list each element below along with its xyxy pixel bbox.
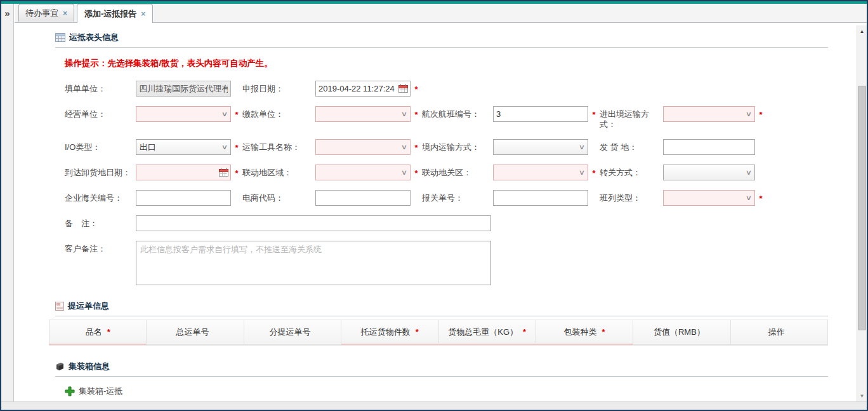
ecommerce-code-field[interactable]: [315, 190, 411, 206]
required-mark: *: [755, 106, 766, 119]
required-mark: *: [231, 139, 242, 152]
inout-transport-mode-select[interactable]: ∨: [663, 106, 755, 122]
transport-tool-name-select[interactable]: ∨: [315, 139, 411, 155]
col-cargo-pieces[interactable]: 托运货物件数*: [341, 320, 438, 345]
transfer-mode-select[interactable]: ∨: [663, 165, 755, 180]
vertical-scrollbar[interactable]: ▲ ▼: [857, 25, 867, 401]
enterprise-customs-code-label: 企业海关编号：: [65, 190, 136, 203]
close-icon[interactable]: ×: [141, 10, 145, 18]
io-type-value: 出口: [140, 142, 156, 153]
section-header-bill-info: 提运单信息: [55, 300, 828, 316]
add-plus-icon: [65, 386, 75, 396]
col-gross-weight[interactable]: 货物总毛重（KG）*: [439, 320, 536, 345]
scrollbar-thumb[interactable]: [858, 86, 866, 330]
voyage-no-field[interactable]: [493, 106, 588, 122]
remark-field[interactable]: [136, 215, 491, 231]
scroll-up-icon[interactable]: ▲: [857, 27, 867, 37]
required-mark: *: [411, 106, 422, 119]
required-mark: *: [411, 139, 422, 152]
chevron-down-icon: ∨: [746, 194, 752, 202]
add-container-label: 集装箱-运抵: [79, 386, 122, 397]
scroll-down-icon[interactable]: ▼: [857, 391, 867, 401]
customer-remark-field[interactable]: [136, 241, 491, 285]
tab-add-arrival-report-label: 添加-运抵报告: [84, 8, 136, 20]
required-mark: *: [588, 165, 600, 178]
shipping-place-label: 发 货 地：: [600, 139, 663, 152]
customer-remark-label: 客户备注：: [65, 241, 136, 254]
required-mark: *: [231, 106, 242, 119]
voyage-no-label: 航次航班编号：: [422, 106, 493, 119]
form-row-1: 填单单位： 申报日期： *: [65, 81, 828, 97]
tab-add-arrival-report[interactable]: 添加-运抵报告 ×: [77, 4, 153, 23]
chevron-down-icon: ∨: [746, 168, 752, 177]
col-package-type[interactable]: 包装种类*: [536, 320, 633, 345]
remark-label: 备 注：: [65, 215, 136, 229]
tab-todo[interactable]: 待办事宜 ×: [18, 4, 74, 22]
declare-date-field[interactable]: [315, 81, 411, 97]
required-mark: *: [588, 106, 600, 119]
form-content: 运抵表头信息 操作提示：先选择集装箱/散货，表头内容可自动产生。 填单单位： 申…: [15, 25, 857, 401]
transport-tool-name-label: 运输工具名称：: [242, 139, 315, 152]
section-title: 集装箱信息: [69, 361, 110, 372]
linkage-customs-select[interactable]: ∨: [493, 165, 588, 180]
declaration-no-label: 报关单号：: [422, 190, 493, 203]
bill-table-header: 品名* 总运单号 分提运单号 托运货物件数* 货物总毛重（KG）* 包装种类* …: [49, 320, 828, 346]
form-row-4: 到达卸货地日期： * 联动地区域： ∨ * 联动地关区： ∨ * 转关方式： ∨: [65, 165, 828, 180]
col-cargo-value[interactable]: 货值（RMB）: [633, 320, 730, 345]
operation-hint: 操作提示：先选择集装箱/散货，表头内容可自动产生。: [65, 58, 828, 69]
section-header-container-info: 集装箱信息: [55, 361, 828, 377]
section-title: 提运单信息: [68, 300, 109, 312]
sidebar-collapse-strip: »: [1, 4, 14, 401]
required-mark: *: [231, 165, 242, 178]
shipping-place-field[interactable]: [663, 139, 755, 155]
io-type-label: I/O类型：: [65, 139, 136, 152]
operating-unit-select[interactable]: ∨: [136, 106, 231, 122]
required-mark: *: [411, 165, 422, 178]
train-type-select[interactable]: ∨: [663, 190, 755, 206]
section-header-arrival-info: 运抵表头信息: [55, 32, 828, 48]
linkage-customs-label: 联动地关区：: [422, 165, 493, 178]
inout-transport-mode-label: 进出境运输方式：: [600, 106, 663, 130]
train-type-label: 班列类型：: [600, 190, 663, 203]
form-row-remark: 备 注：: [65, 215, 828, 231]
linkage-area-select[interactable]: ∨: [315, 165, 411, 180]
col-master-waybill-no[interactable]: 总运单号: [147, 320, 244, 345]
domestic-transport-mode-select[interactable]: ∨: [493, 139, 588, 155]
expand-sidebar-icon[interactable]: »: [1, 8, 13, 18]
chevron-down-icon: ∨: [401, 143, 407, 151]
form-row-2: 经营单位： ∨ * 缴款单位： ∨ * 航次航班编号： * 进出境运输方式： ∨…: [65, 106, 828, 130]
enterprise-customs-code-field[interactable]: [136, 190, 231, 206]
col-product-name[interactable]: 品名*: [49, 320, 147, 345]
bill-icon: [55, 302, 64, 311]
close-icon[interactable]: ×: [63, 10, 67, 17]
col-actions[interactable]: 操作: [731, 320, 828, 345]
app-window: » 待办事宜 × 添加-运抵报告 × 运抵表头信息 操作提示：先选择集装箱/散货…: [0, 0, 868, 411]
payment-unit-select[interactable]: ∨: [315, 106, 411, 122]
payment-unit-label: 缴款单位：: [242, 106, 315, 119]
horizontal-scrollbar[interactable]: [1, 401, 867, 410]
container-icon: [55, 362, 65, 371]
chevron-down-icon: ∨: [401, 168, 407, 177]
col-house-waybill-no[interactable]: 分提运单号: [244, 320, 341, 345]
fill-unit-label: 填单单位：: [65, 81, 136, 94]
fill-unit-field: [136, 81, 231, 97]
chevron-down-icon: ∨: [579, 143, 585, 151]
required-mark: *: [411, 81, 422, 94]
domestic-transport-mode-label: 境内运输方式：: [422, 139, 493, 152]
calendar-icon[interactable]: [219, 168, 228, 177]
form-row-3: I/O类型： 出口∨ * 运输工具名称： ∨ * 境内运输方式： ∨ 发 货 地…: [65, 139, 828, 155]
operating-unit-label: 经营单位：: [65, 106, 136, 119]
table-icon: [55, 33, 65, 42]
declaration-no-field[interactable]: [493, 190, 588, 206]
calendar-icon[interactable]: [398, 84, 408, 93]
tab-bar: 待办事宜 × 添加-运抵报告 ×: [15, 4, 867, 23]
arrival-unload-date-field[interactable]: [136, 165, 231, 180]
ecommerce-code-label: 电商代码：: [242, 190, 315, 203]
add-container-button[interactable]: 集装箱-运抵: [65, 386, 828, 397]
chevron-down-icon: ∨: [221, 143, 228, 151]
chevron-down-icon: ∨: [401, 110, 407, 118]
required-mark: *: [755, 190, 766, 203]
tab-todo-label: 待办事宜: [25, 8, 58, 19]
linkage-area-label: 联动地区域：: [242, 165, 315, 178]
io-type-select[interactable]: 出口∨: [136, 139, 231, 155]
